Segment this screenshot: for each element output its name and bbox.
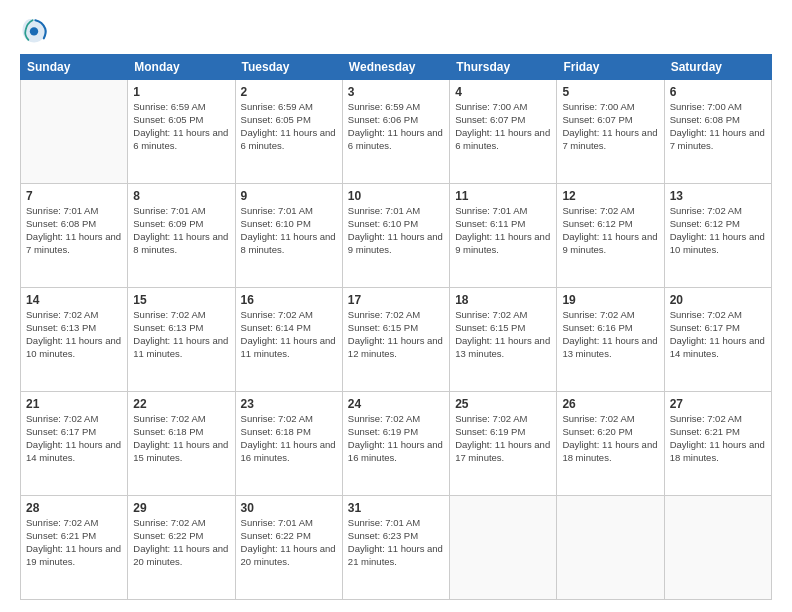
day-number: 26 (562, 396, 658, 412)
week-row-5: 28Sunrise: 7:02 AMSunset: 6:21 PMDayligh… (21, 496, 772, 600)
day-info: Sunrise: 7:01 AMSunset: 6:09 PMDaylight:… (133, 205, 228, 254)
day-number: 12 (562, 188, 658, 204)
calendar-cell: 1Sunrise: 6:59 AMSunset: 6:05 PMDaylight… (128, 80, 235, 184)
calendar-cell: 19Sunrise: 7:02 AMSunset: 6:16 PMDayligh… (557, 288, 664, 392)
calendar-cell: 5Sunrise: 7:00 AMSunset: 6:07 PMDaylight… (557, 80, 664, 184)
calendar-cell: 13Sunrise: 7:02 AMSunset: 6:12 PMDayligh… (664, 184, 771, 288)
week-row-2: 7Sunrise: 7:01 AMSunset: 6:08 PMDaylight… (21, 184, 772, 288)
day-info: Sunrise: 7:01 AMSunset: 6:08 PMDaylight:… (26, 205, 121, 254)
weekday-saturday: Saturday (664, 55, 771, 80)
day-number: 14 (26, 292, 122, 308)
day-info: Sunrise: 7:01 AMSunset: 6:10 PMDaylight:… (241, 205, 336, 254)
header (20, 16, 772, 44)
calendar-cell: 9Sunrise: 7:01 AMSunset: 6:10 PMDaylight… (235, 184, 342, 288)
day-info: Sunrise: 7:02 AMSunset: 6:12 PMDaylight:… (562, 205, 657, 254)
calendar-cell: 18Sunrise: 7:02 AMSunset: 6:15 PMDayligh… (450, 288, 557, 392)
day-number: 9 (241, 188, 337, 204)
day-info: Sunrise: 7:00 AMSunset: 6:08 PMDaylight:… (670, 101, 765, 150)
day-number: 7 (26, 188, 122, 204)
day-number: 18 (455, 292, 551, 308)
calendar-cell: 25Sunrise: 7:02 AMSunset: 6:19 PMDayligh… (450, 392, 557, 496)
day-info: Sunrise: 6:59 AMSunset: 6:06 PMDaylight:… (348, 101, 443, 150)
calendar-cell: 17Sunrise: 7:02 AMSunset: 6:15 PMDayligh… (342, 288, 449, 392)
calendar-cell: 24Sunrise: 7:02 AMSunset: 6:19 PMDayligh… (342, 392, 449, 496)
day-info: Sunrise: 7:00 AMSunset: 6:07 PMDaylight:… (455, 101, 550, 150)
day-number: 15 (133, 292, 229, 308)
day-number: 10 (348, 188, 444, 204)
day-number: 25 (455, 396, 551, 412)
day-info: Sunrise: 7:02 AMSunset: 6:19 PMDaylight:… (455, 413, 550, 462)
day-number: 23 (241, 396, 337, 412)
day-info: Sunrise: 7:02 AMSunset: 6:16 PMDaylight:… (562, 309, 657, 358)
weekday-wednesday: Wednesday (342, 55, 449, 80)
day-info: Sunrise: 7:02 AMSunset: 6:21 PMDaylight:… (670, 413, 765, 462)
svg-point-0 (30, 27, 38, 35)
calendar-cell: 11Sunrise: 7:01 AMSunset: 6:11 PMDayligh… (450, 184, 557, 288)
day-info: Sunrise: 7:02 AMSunset: 6:15 PMDaylight:… (455, 309, 550, 358)
week-row-1: 1Sunrise: 6:59 AMSunset: 6:05 PMDaylight… (21, 80, 772, 184)
weekday-sunday: Sunday (21, 55, 128, 80)
calendar-cell (557, 496, 664, 600)
calendar-cell: 6Sunrise: 7:00 AMSunset: 6:08 PMDaylight… (664, 80, 771, 184)
logo (20, 16, 52, 44)
day-number: 24 (348, 396, 444, 412)
day-number: 16 (241, 292, 337, 308)
day-info: Sunrise: 7:02 AMSunset: 6:14 PMDaylight:… (241, 309, 336, 358)
day-number: 20 (670, 292, 766, 308)
calendar-cell: 14Sunrise: 7:02 AMSunset: 6:13 PMDayligh… (21, 288, 128, 392)
day-number: 31 (348, 500, 444, 516)
calendar-cell: 30Sunrise: 7:01 AMSunset: 6:22 PMDayligh… (235, 496, 342, 600)
day-info: Sunrise: 7:01 AMSunset: 6:22 PMDaylight:… (241, 517, 336, 566)
day-number: 6 (670, 84, 766, 100)
day-number: 8 (133, 188, 229, 204)
day-number: 19 (562, 292, 658, 308)
week-row-4: 21Sunrise: 7:02 AMSunset: 6:17 PMDayligh… (21, 392, 772, 496)
calendar-cell: 3Sunrise: 6:59 AMSunset: 6:06 PMDaylight… (342, 80, 449, 184)
day-info: Sunrise: 7:01 AMSunset: 6:10 PMDaylight:… (348, 205, 443, 254)
calendar-cell: 12Sunrise: 7:02 AMSunset: 6:12 PMDayligh… (557, 184, 664, 288)
day-number: 2 (241, 84, 337, 100)
day-info: Sunrise: 6:59 AMSunset: 6:05 PMDaylight:… (133, 101, 228, 150)
day-number: 27 (670, 396, 766, 412)
calendar-cell: 29Sunrise: 7:02 AMSunset: 6:22 PMDayligh… (128, 496, 235, 600)
calendar-cell (450, 496, 557, 600)
calendar-cell: 23Sunrise: 7:02 AMSunset: 6:18 PMDayligh… (235, 392, 342, 496)
day-info: Sunrise: 7:02 AMSunset: 6:13 PMDaylight:… (133, 309, 228, 358)
day-info: Sunrise: 7:02 AMSunset: 6:20 PMDaylight:… (562, 413, 657, 462)
day-info: Sunrise: 7:02 AMSunset: 6:17 PMDaylight:… (26, 413, 121, 462)
calendar-cell: 26Sunrise: 7:02 AMSunset: 6:20 PMDayligh… (557, 392, 664, 496)
calendar-cell: 7Sunrise: 7:01 AMSunset: 6:08 PMDaylight… (21, 184, 128, 288)
day-info: Sunrise: 7:02 AMSunset: 6:22 PMDaylight:… (133, 517, 228, 566)
day-number: 4 (455, 84, 551, 100)
page: SundayMondayTuesdayWednesdayThursdayFrid… (0, 0, 792, 612)
day-number: 17 (348, 292, 444, 308)
day-info: Sunrise: 7:02 AMSunset: 6:18 PMDaylight:… (241, 413, 336, 462)
calendar-cell: 20Sunrise: 7:02 AMSunset: 6:17 PMDayligh… (664, 288, 771, 392)
day-number: 29 (133, 500, 229, 516)
calendar-table: SundayMondayTuesdayWednesdayThursdayFrid… (20, 54, 772, 600)
day-info: Sunrise: 7:02 AMSunset: 6:12 PMDaylight:… (670, 205, 765, 254)
day-number: 22 (133, 396, 229, 412)
day-number: 28 (26, 500, 122, 516)
day-number: 11 (455, 188, 551, 204)
day-info: Sunrise: 7:02 AMSunset: 6:13 PMDaylight:… (26, 309, 121, 358)
calendar-cell: 31Sunrise: 7:01 AMSunset: 6:23 PMDayligh… (342, 496, 449, 600)
calendar-cell: 27Sunrise: 7:02 AMSunset: 6:21 PMDayligh… (664, 392, 771, 496)
day-number: 21 (26, 396, 122, 412)
calendar-cell: 8Sunrise: 7:01 AMSunset: 6:09 PMDaylight… (128, 184, 235, 288)
calendar-cell: 15Sunrise: 7:02 AMSunset: 6:13 PMDayligh… (128, 288, 235, 392)
day-info: Sunrise: 7:02 AMSunset: 6:19 PMDaylight:… (348, 413, 443, 462)
calendar-cell: 22Sunrise: 7:02 AMSunset: 6:18 PMDayligh… (128, 392, 235, 496)
weekday-friday: Friday (557, 55, 664, 80)
day-info: Sunrise: 7:00 AMSunset: 6:07 PMDaylight:… (562, 101, 657, 150)
calendar-cell: 16Sunrise: 7:02 AMSunset: 6:14 PMDayligh… (235, 288, 342, 392)
weekday-monday: Monday (128, 55, 235, 80)
week-row-3: 14Sunrise: 7:02 AMSunset: 6:13 PMDayligh… (21, 288, 772, 392)
day-info: Sunrise: 7:02 AMSunset: 6:17 PMDaylight:… (670, 309, 765, 358)
day-number: 5 (562, 84, 658, 100)
calendar-cell: 28Sunrise: 7:02 AMSunset: 6:21 PMDayligh… (21, 496, 128, 600)
calendar-cell: 2Sunrise: 6:59 AMSunset: 6:05 PMDaylight… (235, 80, 342, 184)
calendar-cell (21, 80, 128, 184)
day-info: Sunrise: 7:02 AMSunset: 6:21 PMDaylight:… (26, 517, 121, 566)
weekday-tuesday: Tuesday (235, 55, 342, 80)
